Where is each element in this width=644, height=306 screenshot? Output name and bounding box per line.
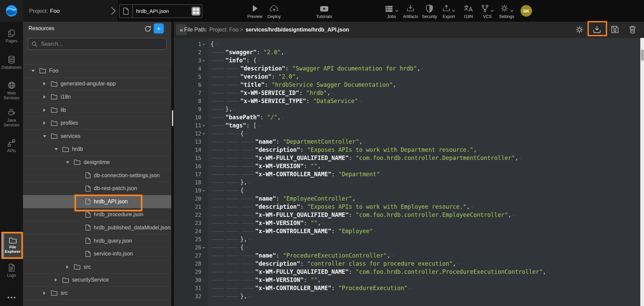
caret-right-icon[interactable] <box>43 108 51 112</box>
tree-item-Foo[interactable]: Foo <box>23 64 171 78</box>
code-line[interactable]: "x-WM-VERSION": "",¬ <box>210 276 644 284</box>
tree-item-label: hrdb <box>72 146 83 152</box>
tree-item-db-connection-settings.json[interactable]: db-connection-settings.json <box>23 169 171 182</box>
sidebar-item-logs[interactable]: Logs <box>0 263 23 278</box>
tree-item-src[interactable]: src <box>23 287 171 300</box>
tree-item-designtime[interactable]: designtime <box>23 156 171 169</box>
sidebar-item-java-services[interactable]: Java Services <box>0 108 23 127</box>
code-line[interactable]: "description": "Swagger API documentatio… <box>210 64 644 73</box>
code-line[interactable]: {¬ <box>210 129 644 138</box>
fold-arrow-icon[interactable]: ▾ <box>201 42 206 46</box>
code-line[interactable]: "x-WM-CONTROLLER_NAME": "Employee"¬ <box>210 227 644 235</box>
code-line[interactable]: "x-WM-VERSION": "",¬ <box>210 219 644 227</box>
code-line[interactable]: "description": "controller class for pro… <box>210 260 644 268</box>
tree-item-generated-angular-app[interactable]: generated-angular-app <box>23 78 171 91</box>
caret-down-icon[interactable] <box>54 147 62 151</box>
code-line[interactable]: "x-WM-CONTROLLER_NAME": "ProcedureExecut… <box>210 284 644 292</box>
tree-item-lib[interactable]: lib <box>23 104 171 117</box>
app-logo[interactable] <box>0 0 23 22</box>
code-line[interactable]: "basePath": "/",¬ <box>210 113 644 121</box>
delete-button[interactable] <box>628 25 637 34</box>
tree-item-i18n[interactable]: i18n <box>23 90 171 104</box>
code-line[interactable]: },¬ <box>210 235 644 243</box>
code-line[interactable]: "title": "hrdbService Swagger Documentat… <box>210 81 644 89</box>
code-line[interactable]: "version": "2.0",¬ <box>210 73 644 81</box>
code-line[interactable]: "x-WM-VERSION": "",¬ <box>210 162 644 170</box>
code-line[interactable]: },¬ <box>210 105 644 113</box>
newline-marker: ¬ <box>380 172 383 177</box>
tree-item-src[interactable]: src <box>23 261 171 274</box>
code-line[interactable]: "info": {¬ <box>210 56 644 64</box>
code-line[interactable]: },¬ <box>210 178 644 186</box>
pages-icon <box>7 28 16 38</box>
tree-item-profiles[interactable]: profiles <box>23 117 171 130</box>
code-line[interactable]: "name": "EmployeeController",¬ <box>210 195 644 203</box>
code-line[interactable]: "x-WM-SERVICE_ID": "hrdb",¬ <box>210 89 644 97</box>
tree-item-hrdb_procedure.json[interactable]: hrdb_procedure.json <box>23 208 171 222</box>
code-line[interactable]: "description": "Exposes APIs to work wit… <box>210 146 644 154</box>
caret-right-icon[interactable] <box>43 95 51 99</box>
code-line[interactable]: "x-WM-FULLY_QUALIFIED_NAME": "com.foo.hr… <box>210 211 644 219</box>
tree-item-db-rest-patch.json[interactable]: db-rest-patch.json <box>23 182 171 195</box>
tree-item-hrdb_API.json[interactable]: hrdb_API.json <box>23 195 171 208</box>
sidebar-item-web-services[interactable]: Web Services <box>0 81 23 100</box>
code-line[interactable]: "x-WM-SERVICE_TYPE": "DataService"¬ <box>210 97 644 105</box>
refresh-button[interactable] <box>144 25 152 33</box>
fold-arrow-icon[interactable]: ▾ <box>201 132 206 136</box>
tree-item-hrdb_query.json[interactable]: hrdb_query.json <box>23 234 171 248</box>
code-line[interactable]: "description": "Exposes APIs to work wit… <box>210 203 644 211</box>
code-line[interactable]: "x-WM-CONTROLLER_NAME": "Department"¬ <box>210 170 644 178</box>
user-avatar[interactable]: SK <box>520 5 532 17</box>
tree-item-securityService[interactable]: securityService <box>23 274 171 287</box>
sidebar-item-apis[interactable]: APIs <box>0 138 23 153</box>
tab-indicator <box>240 205 255 209</box>
sidebar-item-pages[interactable]: Pages <box>0 28 23 43</box>
code-line[interactable]: "name": "DepartmentController",¬ <box>210 138 644 146</box>
code-editor[interactable]: {¬"swagger": "2.0",¬"info": {¬"descripti… <box>208 38 644 306</box>
settings-button[interactable] <box>575 25 584 34</box>
fold-arrow-icon[interactable]: ▾ <box>201 59 206 62</box>
tutorials-button[interactable]: Tutorials <box>310 3 338 19</box>
tree-scrollbar-thumb[interactable] <box>172 110 173 126</box>
tab-indicator <box>225 286 240 290</box>
tree-item-services[interactable]: services <box>23 130 171 143</box>
tree-item-hrdb[interactable]: hrdb <box>23 143 171 156</box>
download-button[interactable] <box>592 25 602 34</box>
fold-arrow-icon[interactable]: ▾ <box>201 246 206 249</box>
code-line[interactable]: {¬ <box>210 243 644 251</box>
search-input[interactable] <box>40 41 163 47</box>
code-line[interactable]: "x-WM-FULLY_QUALIFIED_NAME": "com.foo.hr… <box>210 268 644 276</box>
code-line[interactable]: "tags": [¬ <box>210 121 644 129</box>
grid-icon[interactable] <box>192 7 200 16</box>
code-line[interactable]: "x-WM-FULLY_QUALIFIED_NAME": "com.foo.hr… <box>210 154 644 162</box>
caret-down-icon[interactable] <box>43 135 51 138</box>
sidebar-item-databases[interactable]: Databases <box>0 55 23 70</box>
code-line[interactable]: {¬ <box>210 186 644 195</box>
editor-scrollbar[interactable] <box>640 38 644 306</box>
code-line[interactable]: },¬ <box>210 292 644 300</box>
tab-indicator <box>210 107 225 111</box>
deploy-button[interactable]: Deploy <box>260 3 288 19</box>
json-punct: , <box>387 252 390 259</box>
caret-right-icon[interactable] <box>54 278 62 282</box>
tree-item-hrdb_published_dataModel.json[interactable]: hrdb_published_dataModel.json <box>23 221 171 234</box>
caret-right-icon[interactable] <box>43 291 51 295</box>
code-line[interactable]: "swagger": "2.0",¬ <box>210 48 644 56</box>
code-line[interactable]: "name": "ProcedureExecutionController",¬ <box>210 251 644 260</box>
settings-button[interactable]: Settings <box>492 3 521 19</box>
caret-right-icon[interactable] <box>43 121 51 125</box>
fold-arrow-icon[interactable]: ▾ <box>201 124 206 127</box>
tree-item-service-info.json[interactable]: service-info.json <box>23 247 171 261</box>
caret-right-icon[interactable] <box>43 82 51 86</box>
save-button[interactable] <box>610 25 619 34</box>
caret-down-icon[interactable] <box>66 161 74 164</box>
caret-down-icon[interactable] <box>31 69 39 73</box>
add-resource-button[interactable]: + <box>154 23 164 34</box>
editor-scrollbar-thumb[interactable] <box>641 49 644 61</box>
more-options-button[interactable] <box>0 293 23 302</box>
caret-right-icon[interactable] <box>66 265 74 269</box>
open-file-tab[interactable]: hrdb_API.json <box>119 4 202 18</box>
sidebar-item-file-explorer[interactable]: File Explorer <box>1 232 23 259</box>
code-line[interactable]: {¬ <box>210 40 644 48</box>
fold-arrow-icon[interactable]: ▾ <box>201 189 206 192</box>
